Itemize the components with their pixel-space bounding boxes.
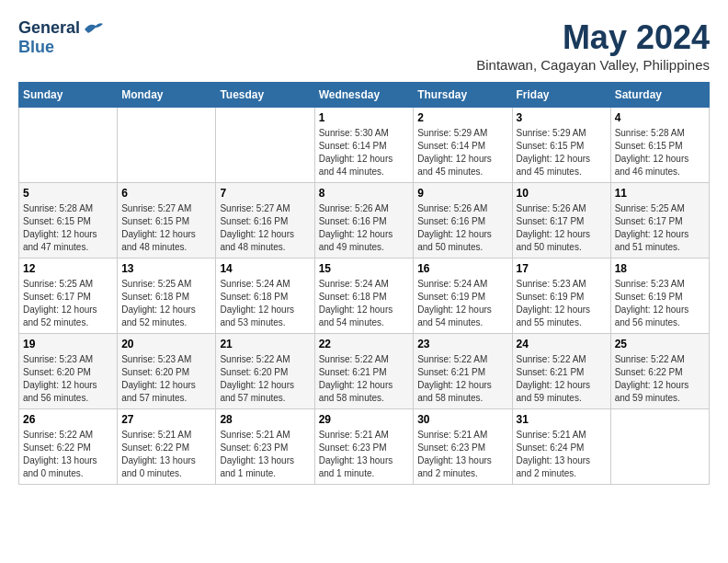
day-info: Sunrise: 5:29 AM Sunset: 6:14 PM Dayligh… xyxy=(417,127,507,178)
day-info: Sunrise: 5:27 AM Sunset: 6:16 PM Dayligh… xyxy=(220,202,310,254)
day-number: 6 xyxy=(121,187,211,200)
calendar-cell: 17Sunrise: 5:23 AM Sunset: 6:19 PM Dayli… xyxy=(512,259,610,334)
day-info: Sunrise: 5:22 AM Sunset: 6:21 PM Dayligh… xyxy=(319,353,410,405)
calendar-cell: 26Sunrise: 5:22 AM Sunset: 6:22 PM Dayli… xyxy=(19,409,118,485)
calendar-week-2: 5Sunrise: 5:28 AM Sunset: 6:15 PM Daylig… xyxy=(19,183,710,259)
day-info: Sunrise: 5:23 AM Sunset: 6:20 PM Dayligh… xyxy=(23,353,113,405)
day-number: 18 xyxy=(615,262,705,275)
day-number: 10 xyxy=(517,187,607,200)
weekday-header-tuesday: Tuesday xyxy=(216,83,314,108)
calendar-cell: 1Sunrise: 5:30 AM Sunset: 6:14 PM Daylig… xyxy=(314,108,414,183)
weekday-header-row: SundayMondayTuesdayWednesdayThursdayFrid… xyxy=(19,83,710,108)
day-number: 3 xyxy=(517,111,607,124)
day-info: Sunrise: 5:22 AM Sunset: 6:21 PM Dayligh… xyxy=(417,353,507,405)
day-info: Sunrise: 5:25 AM Sunset: 6:17 PM Dayligh… xyxy=(23,278,113,329)
day-info: Sunrise: 5:26 AM Sunset: 6:16 PM Dayligh… xyxy=(417,202,507,254)
day-number: 28 xyxy=(220,413,310,426)
calendar-cell: 19Sunrise: 5:23 AM Sunset: 6:20 PM Dayli… xyxy=(19,334,118,409)
calendar-cell: 11Sunrise: 5:25 AM Sunset: 6:17 PM Dayli… xyxy=(610,183,709,259)
day-number: 27 xyxy=(121,413,211,426)
day-number: 16 xyxy=(417,262,507,275)
day-number: 14 xyxy=(220,262,310,275)
day-number: 13 xyxy=(121,262,211,275)
weekday-header-wednesday: Wednesday xyxy=(314,83,414,108)
logo-general: General xyxy=(18,18,80,38)
day-number: 24 xyxy=(517,338,607,350)
calendar-cell: 10Sunrise: 5:26 AM Sunset: 6:17 PM Dayli… xyxy=(512,183,610,259)
weekday-header-thursday: Thursday xyxy=(414,83,512,108)
day-number: 30 xyxy=(417,413,507,426)
weekday-header-monday: Monday xyxy=(118,83,216,108)
calendar-cell: 24Sunrise: 5:22 AM Sunset: 6:21 PM Dayli… xyxy=(512,334,610,409)
day-info: Sunrise: 5:22 AM Sunset: 6:22 PM Dayligh… xyxy=(23,429,113,480)
calendar-cell: 14Sunrise: 5:24 AM Sunset: 6:18 PM Dayli… xyxy=(216,259,314,334)
day-info: Sunrise: 5:21 AM Sunset: 6:22 PM Dayligh… xyxy=(121,429,211,480)
day-number: 15 xyxy=(319,262,410,275)
logo-blue: Blue xyxy=(18,38,54,56)
header: General Blue May 2024 Bintawan, Cagayan … xyxy=(18,18,710,73)
calendar-cell xyxy=(19,108,118,183)
day-info: Sunrise: 5:25 AM Sunset: 6:17 PM Dayligh… xyxy=(615,202,705,254)
day-info: Sunrise: 5:22 AM Sunset: 6:21 PM Dayligh… xyxy=(517,353,607,405)
day-info: Sunrise: 5:21 AM Sunset: 6:23 PM Dayligh… xyxy=(319,429,410,480)
day-info: Sunrise: 5:28 AM Sunset: 6:15 PM Dayligh… xyxy=(615,127,705,178)
day-number: 17 xyxy=(517,262,607,275)
day-info: Sunrise: 5:21 AM Sunset: 6:23 PM Dayligh… xyxy=(220,429,310,480)
day-number: 25 xyxy=(615,338,705,350)
day-info: Sunrise: 5:30 AM Sunset: 6:14 PM Dayligh… xyxy=(319,127,410,178)
calendar-cell: 16Sunrise: 5:24 AM Sunset: 6:19 PM Dayli… xyxy=(414,259,512,334)
day-info: Sunrise: 5:21 AM Sunset: 6:24 PM Dayligh… xyxy=(517,429,607,480)
calendar-week-5: 26Sunrise: 5:22 AM Sunset: 6:22 PM Dayli… xyxy=(19,409,710,485)
day-info: Sunrise: 5:21 AM Sunset: 6:23 PM Dayligh… xyxy=(417,429,507,480)
calendar-cell xyxy=(610,409,709,485)
logo-bird-icon xyxy=(83,20,103,37)
weekday-header-saturday: Saturday xyxy=(610,83,709,108)
day-number: 9 xyxy=(417,187,507,200)
day-number: 2 xyxy=(417,111,507,124)
calendar-cell: 23Sunrise: 5:22 AM Sunset: 6:21 PM Dayli… xyxy=(414,334,512,409)
day-number: 19 xyxy=(23,338,113,350)
calendar-cell: 2Sunrise: 5:29 AM Sunset: 6:14 PM Daylig… xyxy=(414,108,512,183)
calendar-cell: 6Sunrise: 5:27 AM Sunset: 6:15 PM Daylig… xyxy=(118,183,216,259)
day-number: 26 xyxy=(23,413,113,426)
calendar-cell: 9Sunrise: 5:26 AM Sunset: 6:16 PM Daylig… xyxy=(414,183,512,259)
calendar-cell: 22Sunrise: 5:22 AM Sunset: 6:21 PM Dayli… xyxy=(314,334,414,409)
day-number: 12 xyxy=(23,262,113,275)
calendar: SundayMondayTuesdayWednesdayThursdayFrid… xyxy=(18,82,710,485)
calendar-cell: 28Sunrise: 5:21 AM Sunset: 6:23 PM Dayli… xyxy=(216,409,314,485)
location-title: Bintawan, Cagayan Valley, Philippines xyxy=(476,57,710,73)
calendar-cell: 13Sunrise: 5:25 AM Sunset: 6:18 PM Dayli… xyxy=(118,259,216,334)
calendar-week-4: 19Sunrise: 5:23 AM Sunset: 6:20 PM Dayli… xyxy=(19,334,710,409)
calendar-cell: 20Sunrise: 5:23 AM Sunset: 6:20 PM Dayli… xyxy=(118,334,216,409)
day-info: Sunrise: 5:27 AM Sunset: 6:15 PM Dayligh… xyxy=(121,202,211,254)
calendar-cell: 27Sunrise: 5:21 AM Sunset: 6:22 PM Dayli… xyxy=(118,409,216,485)
calendar-cell: 5Sunrise: 5:28 AM Sunset: 6:15 PM Daylig… xyxy=(19,183,118,259)
calendar-cell: 29Sunrise: 5:21 AM Sunset: 6:23 PM Dayli… xyxy=(314,409,414,485)
calendar-cell: 12Sunrise: 5:25 AM Sunset: 6:17 PM Dayli… xyxy=(19,259,118,334)
day-number: 1 xyxy=(319,111,410,124)
calendar-cell: 31Sunrise: 5:21 AM Sunset: 6:24 PM Dayli… xyxy=(512,409,610,485)
calendar-cell: 25Sunrise: 5:22 AM Sunset: 6:22 PM Dayli… xyxy=(610,334,709,409)
weekday-header-sunday: Sunday xyxy=(19,83,118,108)
month-title: May 2024 xyxy=(476,18,710,57)
calendar-cell: 8Sunrise: 5:26 AM Sunset: 6:16 PM Daylig… xyxy=(314,183,414,259)
day-info: Sunrise: 5:24 AM Sunset: 6:18 PM Dayligh… xyxy=(220,278,310,329)
day-info: Sunrise: 5:26 AM Sunset: 6:16 PM Dayligh… xyxy=(319,202,410,254)
day-info: Sunrise: 5:28 AM Sunset: 6:15 PM Dayligh… xyxy=(23,202,113,254)
day-info: Sunrise: 5:23 AM Sunset: 6:19 PM Dayligh… xyxy=(615,278,705,329)
day-number: 22 xyxy=(319,338,410,350)
calendar-cell: 7Sunrise: 5:27 AM Sunset: 6:16 PM Daylig… xyxy=(216,183,314,259)
logo: General Blue xyxy=(18,18,103,57)
day-number: 21 xyxy=(220,338,310,350)
calendar-cell: 3Sunrise: 5:29 AM Sunset: 6:15 PM Daylig… xyxy=(512,108,610,183)
calendar-cell: 30Sunrise: 5:21 AM Sunset: 6:23 PM Dayli… xyxy=(414,409,512,485)
day-info: Sunrise: 5:29 AM Sunset: 6:15 PM Dayligh… xyxy=(517,127,607,178)
day-number: 8 xyxy=(319,187,410,200)
day-number: 20 xyxy=(121,338,211,350)
day-number: 5 xyxy=(23,187,113,200)
day-info: Sunrise: 5:26 AM Sunset: 6:17 PM Dayligh… xyxy=(517,202,607,254)
calendar-cell: 21Sunrise: 5:22 AM Sunset: 6:20 PM Dayli… xyxy=(216,334,314,409)
title-area: May 2024 Bintawan, Cagayan Valley, Phili… xyxy=(476,18,710,73)
calendar-cell: 4Sunrise: 5:28 AM Sunset: 6:15 PM Daylig… xyxy=(610,108,709,183)
day-number: 11 xyxy=(615,187,705,200)
